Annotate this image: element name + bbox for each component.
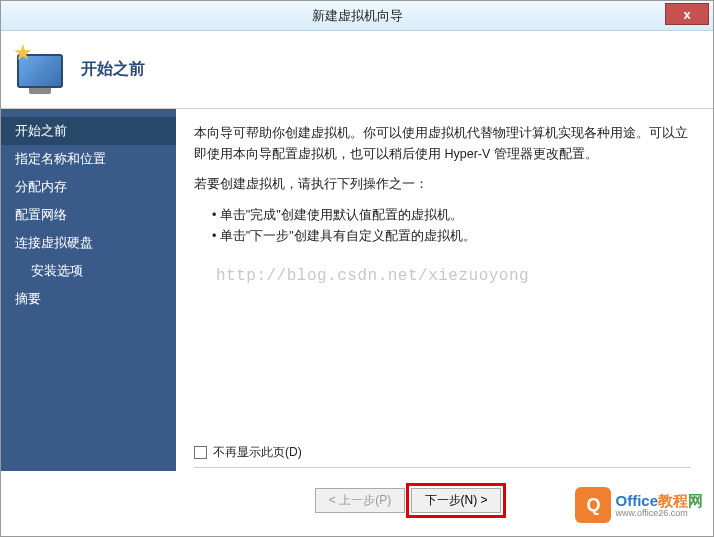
brand-badge-icon: Q (575, 487, 611, 523)
close-button[interactable]: x (665, 3, 709, 25)
intro-text: 本向导可帮助你创建虚拟机。你可以使用虚拟机代替物理计算机实现各种用途。可以立即使… (194, 123, 691, 164)
wizard-icon: ★ (15, 44, 67, 96)
content-panel: 本向导可帮助你创建虚拟机。你可以使用虚拟机代替物理计算机实现各种用途。可以立即使… (176, 109, 713, 471)
sidebar-item-virtual-disk[interactable]: 连接虚拟硬盘 (1, 229, 176, 257)
sidebar-item-name-location[interactable]: 指定名称和位置 (1, 145, 176, 173)
star-icon: ★ (13, 40, 33, 60)
bullet-finish: • 单击"完成"创建使用默认值配置的虚拟机。 (212, 205, 691, 226)
wizard-body: 开始之前 指定名称和位置 分配内存 配置网络 连接虚拟硬盘 安装选项 摘要 本向… (1, 109, 713, 471)
prompt-text: 若要创建虚拟机，请执行下列操作之一： (194, 174, 691, 195)
watermark-text: http://blog.csdn.net/xiezuoyong (216, 267, 529, 285)
titlebar: 新建虚拟机向导 x (1, 1, 713, 31)
bullet-next: • 单击"下一步"创建具有自定义配置的虚拟机。 (212, 226, 691, 247)
sidebar-item-network[interactable]: 配置网络 (1, 201, 176, 229)
checkbox-label: 不再显示此页(D) (213, 444, 302, 461)
sidebar: 开始之前 指定名称和位置 分配内存 配置网络 连接虚拟硬盘 安装选项 摘要 (1, 109, 176, 471)
checkbox-row: 不再显示此页(D) (194, 444, 302, 461)
sidebar-item-install-options[interactable]: 安装选项 (1, 257, 176, 285)
footer: < 上一步(P) 下一步(N) > 完成(F) 取消 Q Office教程网 w… (1, 471, 713, 529)
brand-text: Office教程网 (615, 493, 703, 508)
close-icon: x (683, 7, 690, 22)
window-title: 新建虚拟机向导 (312, 7, 403, 25)
divider (194, 467, 691, 468)
bullet-list: • 单击"完成"创建使用默认值配置的虚拟机。 • 单击"下一步"创建具有自定义配… (194, 205, 691, 248)
branding-overlay: Q Office教程网 www.office26.com (575, 487, 703, 523)
prev-button: < 上一步(P) (315, 488, 405, 513)
dont-show-checkbox[interactable] (194, 446, 207, 459)
next-button[interactable]: 下一步(N) > (411, 488, 501, 513)
sidebar-item-before-begin[interactable]: 开始之前 (1, 117, 176, 145)
wizard-header: ★ 开始之前 (1, 31, 713, 109)
page-title: 开始之前 (81, 59, 145, 80)
sidebar-item-summary[interactable]: 摘要 (1, 285, 176, 313)
sidebar-item-memory[interactable]: 分配内存 (1, 173, 176, 201)
brand-url: www.office26.com (615, 508, 703, 518)
